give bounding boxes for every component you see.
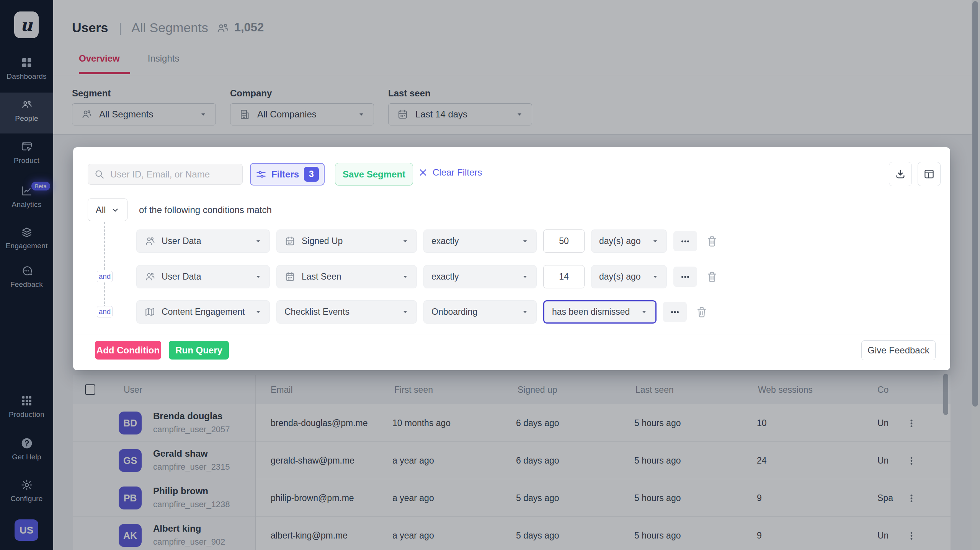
user-search[interactable] [88,164,243,185]
condition-row: Content Engagement Checklist Events Onbo… [136,300,708,324]
condition-property-dropdown[interactable]: Checklist Events [276,300,417,324]
condition-value: Content Engagement [162,307,250,317]
condition-value: Checklist Events [284,307,397,317]
filters-button[interactable]: Filters 3 [250,163,325,186]
columns-icon [923,168,935,180]
condition-number-input[interactable] [543,229,585,253]
calendar-icon [284,236,296,247]
condition-more-button[interactable] [673,231,697,251]
dropdown-triangle-icon [652,238,659,245]
condition-row: User Data Last Seen exactly day(s) ago [136,265,718,288]
match-type-value: All [96,205,106,215]
manage-columns-button[interactable] [918,162,941,186]
app-root: u Dashboards People Product Beta Analyti… [0,0,980,550]
conjunction-label: and [99,308,111,316]
condition-value: exactly [431,236,517,246]
condition-state-dropdown[interactable]: has been dismissed [543,300,657,324]
dropdown-triangle-icon [255,308,262,316]
condition-source-dropdown[interactable]: Content Engagement [136,300,270,324]
dropdown-triangle-icon [640,308,648,316]
clear-filters-label: Clear Filters [433,167,482,178]
dropdown-triangle-icon [521,238,529,245]
filter-panel: Filters 3 Save Segment Clear Filters All… [73,147,950,370]
condition-property-dropdown[interactable]: Signed Up [276,229,417,253]
run-query-button[interactable]: Run Query [169,341,229,360]
conjunction-label: and [99,272,111,281]
dropdown-triangle-icon [652,273,659,280]
delete-condition-button[interactable] [696,306,708,318]
match-description: of the following conditions match [139,205,272,215]
close-icon [418,168,428,177]
trash-icon [706,271,718,283]
condition-more-button[interactable] [663,302,687,322]
conjunction-badge[interactable]: and [97,306,113,317]
ellipsis-icon [679,236,691,247]
condition-value: exactly [431,272,517,282]
ellipsis-icon [669,306,681,318]
trash-icon [706,235,718,247]
dropdown-triangle-icon [255,273,262,280]
filters-count-badge: 3 [304,167,319,182]
condition-value: day(s) ago [599,236,647,246]
panel-divider [73,335,950,335]
download-icon [895,168,906,180]
dropdown-triangle-icon [521,273,529,280]
delete-condition-button[interactable] [706,235,718,247]
sliders-icon [256,169,266,180]
filters-button-label: Filters [271,169,299,180]
condition-source-dropdown[interactable]: User Data [136,229,270,253]
chevron-down-icon [111,206,119,214]
condition-source-dropdown[interactable]: User Data [136,265,270,288]
condition-property-dropdown[interactable]: Last Seen [276,265,417,288]
add-condition-button[interactable]: Add Condition [95,341,161,360]
export-button[interactable] [889,162,912,186]
condition-value: has been dismissed [552,307,636,317]
save-segment-label: Save Segment [343,169,405,180]
user-data-icon [144,271,155,282]
search-icon [94,169,105,179]
clear-filters-button[interactable]: Clear Filters [418,167,482,178]
delete-condition-button[interactable] [706,271,718,283]
condition-operator-dropdown[interactable]: exactly [423,229,537,253]
search-input[interactable] [110,169,233,180]
dropdown-triangle-icon [255,238,262,245]
condition-unit-dropdown[interactable]: day(s) ago [591,229,667,253]
user-data-icon [144,236,155,247]
condition-value: User Data [162,272,250,282]
dropdown-triangle-icon [402,238,409,245]
condition-more-button[interactable] [673,267,697,287]
condition-value: User Data [162,236,250,246]
condition-operator-dropdown[interactable]: exactly [423,265,537,288]
dropdown-triangle-icon [402,308,409,316]
condition-row: User Data Signed Up exactly day(s) ago [136,229,718,253]
conjunction-badge[interactable]: and [97,271,113,282]
condition-value: Last Seen [302,272,397,282]
condition-value: Onboarding [431,307,517,317]
map-icon [144,306,155,317]
condition-value: day(s) ago [599,272,647,282]
ellipsis-icon [679,271,691,283]
dropdown-triangle-icon [521,308,529,316]
calendar-icon [284,271,296,282]
save-segment-button[interactable]: Save Segment [335,163,413,186]
dropdown-triangle-icon [402,273,409,280]
condition-value: Signed Up [302,236,397,246]
trash-icon [696,306,708,318]
match-type-dropdown[interactable]: All [88,199,127,221]
condition-unit-dropdown[interactable]: day(s) ago [591,265,667,288]
condition-operator-dropdown[interactable]: Onboarding [423,300,537,324]
condition-connector-line [104,222,105,311]
condition-number-input[interactable] [543,265,585,288]
give-feedback-button[interactable]: Give Feedback [861,340,936,360]
